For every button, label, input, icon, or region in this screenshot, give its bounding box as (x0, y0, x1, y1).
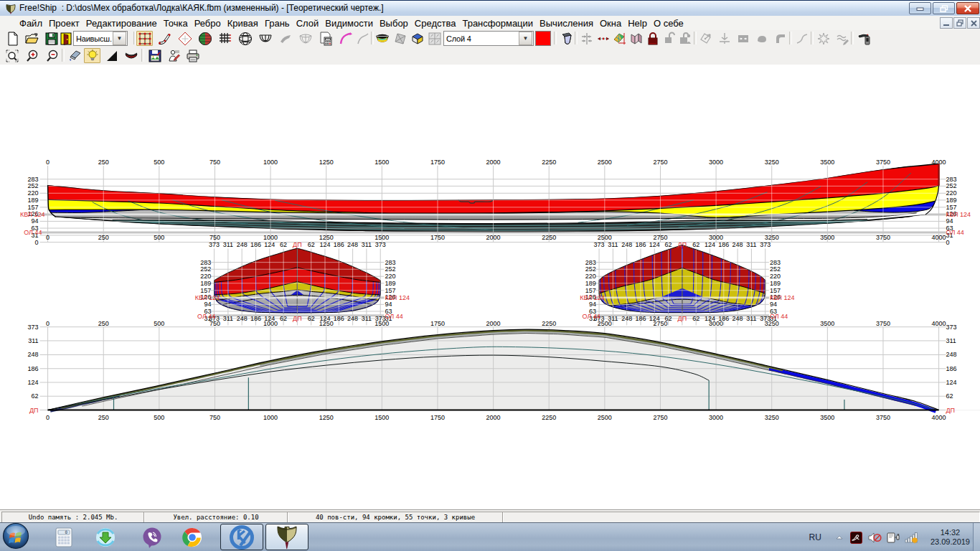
wire-globe-button[interactable] (237, 31, 253, 46)
s-curve-button[interactable] (793, 31, 810, 46)
station-grid-button[interactable] (217, 31, 233, 46)
svg-text:2750: 2750 (653, 414, 667, 421)
svg-text:186: 186 (334, 241, 344, 248)
open-file-button[interactable] (24, 31, 40, 46)
shaded-sphere-button[interactable] (197, 31, 213, 46)
printer-button[interactable] (184, 48, 201, 63)
save-image-button[interactable] (146, 48, 163, 63)
pencil-wave-icon (835, 32, 849, 46)
menu-слой[interactable]: Слой (293, 17, 322, 30)
calc-doc-button[interactable] (317, 31, 334, 46)
exit-door-button[interactable] (57, 31, 74, 46)
pin-down-button[interactable] (716, 31, 732, 46)
svg-text:124: 124 (319, 241, 330, 248)
svg-text:0: 0 (46, 414, 50, 421)
tray-acrobat[interactable] (850, 532, 862, 544)
intersect-line-button[interactable] (595, 31, 611, 46)
box-collapse-button[interactable] (735, 31, 751, 46)
menu-трансформации[interactable]: Трансформации (459, 17, 537, 30)
check-diamond-button[interactable] (176, 31, 193, 46)
lightbulb-button[interactable] (84, 48, 100, 63)
taskbar-app-kompas[interactable] (220, 524, 263, 550)
knife-button[interactable] (855, 31, 872, 46)
diamond-arrow-button[interactable] (697, 31, 714, 46)
layer-combo-value: Слой 4 (444, 34, 518, 43)
fair-curve-button[interactable] (156, 31, 173, 46)
taskbar-viber[interactable] (140, 525, 164, 550)
menu-окна[interactable]: Окна (596, 17, 624, 30)
menu-средства[interactable]: Средства (411, 17, 459, 30)
clock[interactable]: 14:32 23.09.2019 (930, 528, 970, 547)
menu-вычисления[interactable]: Вычисления (537, 17, 597, 30)
tray-tray-expand[interactable] (834, 532, 845, 543)
menu-грань[interactable]: Грань (261, 17, 293, 30)
grid-four-button[interactable] (426, 31, 443, 46)
show-desktop-button[interactable] (973, 523, 980, 551)
dark-bucket-button[interactable] (558, 31, 575, 46)
tray-speaker-mute[interactable] (867, 532, 882, 544)
taskbar-chrome[interactable] (180, 525, 204, 550)
eraser-button[interactable] (66, 48, 83, 63)
svg-text:311: 311 (608, 241, 618, 248)
person-edit-button[interactable] (165, 48, 182, 63)
menu-проект[interactable]: Проект (45, 17, 83, 30)
lock-red-button[interactable] (644, 31, 661, 46)
layers-box-button[interactable] (409, 31, 425, 46)
gray-blob-button[interactable] (753, 31, 770, 46)
close-button[interactable] (956, 2, 979, 14)
precision-combo-arrow[interactable]: ▼ (113, 32, 126, 45)
wire-hull-button[interactable] (257, 31, 273, 46)
zoom-out-button[interactable] (44, 48, 60, 63)
tray-network[interactable] (905, 532, 919, 544)
taskbar-updater-green[interactable] (93, 525, 118, 550)
gray-arrow-button[interactable] (277, 31, 293, 46)
lock-open-button[interactable] (661, 31, 677, 46)
taskbar-app-freeship[interactable] (265, 524, 308, 550)
starburst-button[interactable] (815, 31, 831, 46)
control-net-button[interactable] (136, 31, 153, 46)
menu-ребро[interactable]: Ребро (191, 17, 224, 30)
restore-button[interactable] (933, 2, 955, 14)
tray-power-plug[interactable] (887, 532, 900, 544)
layer-combo-arrow[interactable]: ▼ (519, 32, 532, 45)
minimize-button[interactable] (909, 2, 931, 14)
svg-text:3250: 3250 (765, 234, 779, 241)
hull-dark-button[interactable] (123, 48, 139, 63)
pencil-wave-button[interactable] (834, 31, 850, 46)
mdi-close-button[interactable] (967, 17, 980, 29)
lock-person-button[interactable] (677, 31, 693, 46)
pipe-elbow-button[interactable] (772, 31, 788, 46)
align-points-button[interactable] (578, 31, 595, 46)
menu-help[interactable]: Help (625, 17, 651, 30)
start-button[interactable] (4, 525, 28, 550)
layer-combo[interactable]: Слой 4▼ (443, 31, 534, 46)
precision-combo[interactable]: Наивысш.▼ (73, 31, 128, 46)
mdi-restore-button[interactable] (953, 17, 966, 29)
status-zoom-distance: Увел. расстояние: 0.10 (143, 512, 288, 523)
zoom-extents-button[interactable] (4, 48, 20, 63)
gray-boat-button[interactable] (297, 31, 314, 46)
svg-text:248: 248 (946, 351, 957, 358)
svg-text:ДП: ДП (293, 315, 302, 322)
pink-curve-button[interactable] (337, 31, 354, 46)
taskbar-calculator[interactable]: 0 (52, 525, 76, 550)
kite-panels-button[interactable] (611, 31, 628, 46)
folded-plates-button[interactable] (628, 31, 644, 46)
menu-выбор[interactable]: Выбор (376, 17, 411, 30)
layer-color-swatch[interactable] (535, 31, 551, 46)
flag-triangle-button[interactable] (103, 48, 120, 63)
menu-точка[interactable]: Точка (160, 17, 191, 30)
zoom-in-button[interactable] (24, 48, 40, 63)
gray-diamond-button[interactable] (392, 31, 408, 46)
drawing-canvas[interactable]: 0025025050050075075010001000125012501500… (0, 65, 980, 509)
menu-видимости[interactable]: Видимости (322, 17, 377, 30)
mdi-minimize-button[interactable] (940, 17, 953, 29)
menu-файл[interactable]: Файл (17, 17, 46, 30)
menu-кривая[interactable]: Кривая (224, 17, 261, 30)
gray-curve-button[interactable] (354, 31, 371, 46)
new-file-button[interactable] (4, 31, 21, 46)
menu-редактирование[interactable]: Редактирование (83, 17, 160, 30)
lines-plan-boat-button[interactable] (374, 31, 390, 46)
menu-о себе[interactable]: О себе (650, 17, 687, 30)
language-indicator[interactable]: RU (809, 532, 821, 542)
